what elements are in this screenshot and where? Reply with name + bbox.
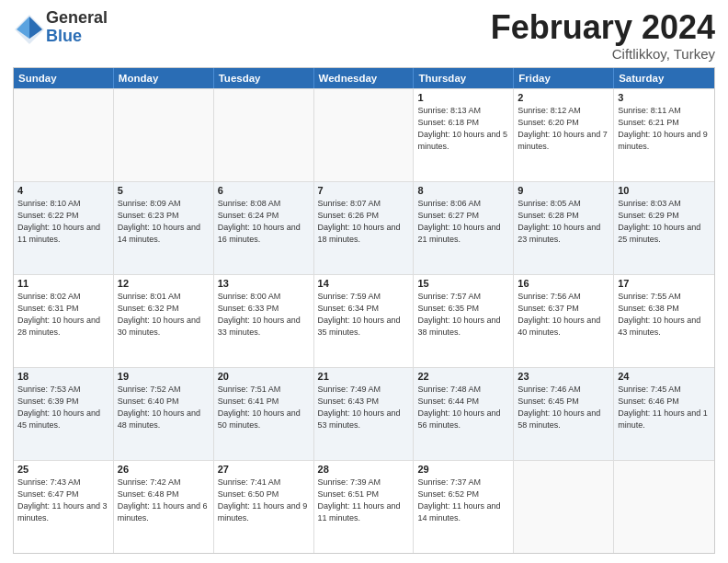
cal-cell-r0-c0 <box>14 89 114 181</box>
header-cell-monday: Monday <box>114 68 214 88</box>
calendar-row-1: 4Sunrise: 8:10 AM Sunset: 6:22 PM Daylig… <box>14 181 714 274</box>
day-info-15: Sunrise: 7:57 AM Sunset: 6:35 PM Dayligh… <box>417 291 509 339</box>
cal-cell-r2-c4: 15Sunrise: 7:57 AM Sunset: 6:35 PM Dayli… <box>414 275 514 367</box>
cal-cell-r0-c1 <box>114 89 214 181</box>
day-number-3: 3 <box>618 92 711 103</box>
day-info-13: Sunrise: 8:00 AM Sunset: 6:33 PM Dayligh… <box>218 291 310 339</box>
day-info-1: Sunrise: 8:13 AM Sunset: 6:18 PM Dayligh… <box>417 105 509 153</box>
header: General Blue February 2024 Ciftlikkoy, T… <box>13 9 715 62</box>
calendar-row-2: 11Sunrise: 8:02 AM Sunset: 6:31 PM Dayli… <box>14 274 714 367</box>
day-info-2: Sunrise: 8:12 AM Sunset: 6:20 PM Dayligh… <box>518 105 609 153</box>
day-number-2: 2 <box>518 92 609 103</box>
day-info-17: Sunrise: 7:55 AM Sunset: 6:38 PM Dayligh… <box>618 291 711 339</box>
day-number-1: 1 <box>417 92 509 103</box>
day-info-16: Sunrise: 7:56 AM Sunset: 6:37 PM Dayligh… <box>518 291 609 339</box>
header-cell-wednesday: Wednesday <box>314 68 415 88</box>
logo-icon <box>13 13 42 42</box>
cal-cell-r4-c5 <box>514 461 614 553</box>
page: General Blue February 2024 Ciftlikkoy, T… <box>0 0 728 563</box>
cal-cell-r1-c5: 9Sunrise: 8:05 AM Sunset: 6:28 PM Daylig… <box>514 182 614 274</box>
cal-cell-r2-c3: 14Sunrise: 7:59 AM Sunset: 6:34 PM Dayli… <box>314 275 415 367</box>
day-info-8: Sunrise: 8:06 AM Sunset: 6:27 PM Dayligh… <box>417 198 509 246</box>
day-info-14: Sunrise: 7:59 AM Sunset: 6:34 PM Dayligh… <box>318 291 410 339</box>
logo-blue-label: Blue <box>46 28 108 46</box>
day-info-11: Sunrise: 8:02 AM Sunset: 6:31 PM Dayligh… <box>17 291 109 339</box>
day-number-8: 8 <box>417 185 509 196</box>
cal-cell-r4-c2: 27Sunrise: 7:41 AM Sunset: 6:50 PM Dayli… <box>214 461 314 553</box>
cal-cell-r2-c6: 17Sunrise: 7:55 AM Sunset: 6:38 PM Dayli… <box>614 275 714 367</box>
calendar-row-3: 18Sunrise: 7:53 AM Sunset: 6:39 PM Dayli… <box>14 367 714 460</box>
day-number-7: 7 <box>318 185 410 196</box>
day-info-23: Sunrise: 7:46 AM Sunset: 6:45 PM Dayligh… <box>518 384 609 431</box>
cal-cell-r4-c3: 28Sunrise: 7:39 AM Sunset: 6:51 PM Dayli… <box>314 461 415 553</box>
day-info-3: Sunrise: 8:11 AM Sunset: 6:21 PM Dayligh… <box>618 105 711 153</box>
calendar-header-row: SundayMondayTuesdayWednesdayThursdayFrid… <box>14 68 714 88</box>
day-info-29: Sunrise: 7:37 AM Sunset: 6:52 PM Dayligh… <box>417 477 509 524</box>
calendar-location: Ciftlikkoy, Turkey <box>491 46 715 62</box>
cal-cell-r1-c4: 8Sunrise: 8:06 AM Sunset: 6:27 PM Daylig… <box>414 182 514 274</box>
calendar: SundayMondayTuesdayWednesdayThursdayFrid… <box>13 67 715 554</box>
day-number-28: 28 <box>318 464 410 475</box>
day-info-18: Sunrise: 7:53 AM Sunset: 6:39 PM Dayligh… <box>17 384 109 431</box>
cal-cell-r3-c2: 20Sunrise: 7:51 AM Sunset: 6:41 PM Dayli… <box>214 368 314 460</box>
logo-general-label: General <box>46 9 108 28</box>
day-info-20: Sunrise: 7:51 AM Sunset: 6:41 PM Dayligh… <box>218 384 310 431</box>
cal-cell-r1-c1: 5Sunrise: 8:09 AM Sunset: 6:23 PM Daylig… <box>114 182 214 274</box>
cal-cell-r3-c0: 18Sunrise: 7:53 AM Sunset: 6:39 PM Dayli… <box>14 368 114 460</box>
logo-text: General Blue <box>46 9 108 46</box>
day-number-10: 10 <box>618 185 711 196</box>
header-cell-saturday: Saturday <box>614 68 714 88</box>
day-number-4: 4 <box>17 185 109 196</box>
day-info-5: Sunrise: 8:09 AM Sunset: 6:23 PM Dayligh… <box>118 198 210 246</box>
cal-cell-r0-c3 <box>314 89 415 181</box>
cal-cell-r4-c4: 29Sunrise: 7:37 AM Sunset: 6:52 PM Dayli… <box>414 461 514 553</box>
day-number-29: 29 <box>417 464 509 475</box>
cal-cell-r0-c4: 1Sunrise: 8:13 AM Sunset: 6:18 PM Daylig… <box>414 89 514 181</box>
cal-cell-r0-c5: 2Sunrise: 8:12 AM Sunset: 6:20 PM Daylig… <box>514 89 614 181</box>
cal-cell-r3-c3: 21Sunrise: 7:49 AM Sunset: 6:43 PM Dayli… <box>314 368 415 460</box>
day-info-6: Sunrise: 8:08 AM Sunset: 6:24 PM Dayligh… <box>218 198 310 246</box>
day-number-20: 20 <box>218 371 310 382</box>
title-block: February 2024 Ciftlikkoy, Turkey <box>491 9 715 62</box>
cal-cell-r4-c6 <box>614 461 714 553</box>
cal-cell-r3-c1: 19Sunrise: 7:52 AM Sunset: 6:40 PM Dayli… <box>114 368 214 460</box>
day-number-5: 5 <box>118 185 210 196</box>
cal-cell-r2-c1: 12Sunrise: 8:01 AM Sunset: 6:32 PM Dayli… <box>114 275 214 367</box>
day-number-9: 9 <box>518 185 609 196</box>
cal-cell-r1-c3: 7Sunrise: 8:07 AM Sunset: 6:26 PM Daylig… <box>314 182 415 274</box>
calendar-title: February 2024 <box>491 9 715 46</box>
day-number-15: 15 <box>417 278 509 289</box>
cal-cell-r0-c2 <box>214 89 314 181</box>
cal-cell-r1-c0: 4Sunrise: 8:10 AM Sunset: 6:22 PM Daylig… <box>14 182 114 274</box>
day-number-22: 22 <box>417 371 509 382</box>
day-number-17: 17 <box>618 278 711 289</box>
header-cell-thursday: Thursday <box>414 68 514 88</box>
header-cell-tuesday: Tuesday <box>214 68 314 88</box>
cal-cell-r2-c2: 13Sunrise: 8:00 AM Sunset: 6:33 PM Dayli… <box>214 275 314 367</box>
day-info-12: Sunrise: 8:01 AM Sunset: 6:32 PM Dayligh… <box>118 291 210 339</box>
day-number-25: 25 <box>17 464 109 475</box>
day-info-24: Sunrise: 7:45 AM Sunset: 6:46 PM Dayligh… <box>618 384 711 431</box>
cal-cell-r4-c1: 26Sunrise: 7:42 AM Sunset: 6:48 PM Dayli… <box>114 461 214 553</box>
calendar-row-4: 25Sunrise: 7:43 AM Sunset: 6:47 PM Dayli… <box>14 460 714 553</box>
cal-cell-r0-c6: 3Sunrise: 8:11 AM Sunset: 6:21 PM Daylig… <box>614 89 714 181</box>
cal-cell-r3-c6: 24Sunrise: 7:45 AM Sunset: 6:46 PM Dayli… <box>614 368 714 460</box>
cal-cell-r4-c0: 25Sunrise: 7:43 AM Sunset: 6:47 PM Dayli… <box>14 461 114 553</box>
day-number-18: 18 <box>17 371 109 382</box>
day-number-24: 24 <box>618 371 711 382</box>
day-number-23: 23 <box>518 371 609 382</box>
day-info-4: Sunrise: 8:10 AM Sunset: 6:22 PM Dayligh… <box>17 198 109 246</box>
day-number-21: 21 <box>318 371 410 382</box>
day-info-19: Sunrise: 7:52 AM Sunset: 6:40 PM Dayligh… <box>118 384 210 431</box>
day-info-7: Sunrise: 8:07 AM Sunset: 6:26 PM Dayligh… <box>318 198 410 246</box>
day-number-19: 19 <box>118 371 210 382</box>
day-number-6: 6 <box>218 185 310 196</box>
cal-cell-r1-c6: 10Sunrise: 8:03 AM Sunset: 6:29 PM Dayli… <box>614 182 714 274</box>
calendar-row-0: 1Sunrise: 8:13 AM Sunset: 6:18 PM Daylig… <box>14 88 714 181</box>
day-info-21: Sunrise: 7:49 AM Sunset: 6:43 PM Dayligh… <box>318 384 410 431</box>
calendar-body: 1Sunrise: 8:13 AM Sunset: 6:18 PM Daylig… <box>14 88 714 553</box>
cal-cell-r2-c0: 11Sunrise: 8:02 AM Sunset: 6:31 PM Dayli… <box>14 275 114 367</box>
cal-cell-r1-c2: 6Sunrise: 8:08 AM Sunset: 6:24 PM Daylig… <box>214 182 314 274</box>
day-info-27: Sunrise: 7:41 AM Sunset: 6:50 PM Dayligh… <box>218 477 310 524</box>
day-number-16: 16 <box>518 278 609 289</box>
